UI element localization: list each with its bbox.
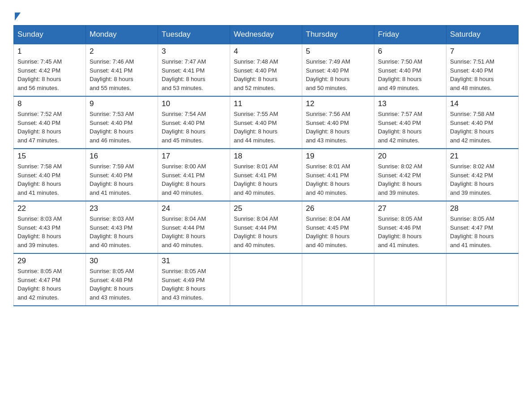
day-cell: 9 Sunrise: 7:53 AM Sunset: 4:40 PM Dayli… [86, 96, 158, 149]
day-number: 24 [162, 204, 226, 213]
day-number: 14 [450, 99, 515, 108]
day-number: 30 [90, 257, 154, 265]
day-info: Sunrise: 8:05 AM Sunset: 4:46 PM Dayligh… [378, 214, 442, 249]
day-info: Sunrise: 7:59 AM Sunset: 4:40 PM Dayligh… [90, 162, 154, 197]
day-cell: 5 Sunrise: 7:49 AM Sunset: 4:40 PM Dayli… [302, 44, 374, 96]
column-header-thursday: Thursday [302, 26, 374, 44]
day-info: Sunrise: 8:05 AM Sunset: 4:47 PM Dayligh… [17, 267, 82, 302]
day-number: 27 [378, 204, 442, 213]
day-cell: 31 Sunrise: 8:05 AM Sunset: 4:49 PM Dayl… [158, 253, 230, 306]
day-cell: 23 Sunrise: 8:03 AM Sunset: 4:43 PM Dayl… [86, 201, 158, 253]
column-header-sunday: Sunday [14, 26, 86, 44]
day-cell: 13 Sunrise: 7:57 AM Sunset: 4:40 PM Dayl… [374, 96, 446, 149]
day-number: 10 [162, 99, 226, 108]
day-cell: 27 Sunrise: 8:05 AM Sunset: 4:46 PM Dayl… [374, 201, 446, 253]
day-number: 15 [17, 152, 82, 161]
day-cell: 6 Sunrise: 7:50 AM Sunset: 4:40 PM Dayli… [374, 44, 446, 96]
day-number: 6 [378, 47, 442, 56]
column-header-tuesday: Tuesday [158, 26, 230, 44]
day-number: 2 [90, 47, 154, 56]
day-info: Sunrise: 8:05 AM Sunset: 4:49 PM Dayligh… [162, 267, 226, 302]
day-info: Sunrise: 8:00 AM Sunset: 4:41 PM Dayligh… [162, 162, 226, 197]
day-cell: 26 Sunrise: 8:04 AM Sunset: 4:45 PM Dayl… [302, 201, 374, 253]
day-number: 28 [450, 204, 515, 213]
day-info: Sunrise: 8:02 AM Sunset: 4:42 PM Dayligh… [378, 162, 442, 197]
day-info: Sunrise: 7:54 AM Sunset: 4:40 PM Dayligh… [162, 110, 226, 145]
day-number: 16 [90, 152, 154, 161]
day-cell: 28 Sunrise: 8:05 AM Sunset: 4:47 PM Dayl… [446, 201, 519, 253]
day-cell: 25 Sunrise: 8:04 AM Sunset: 4:44 PM Dayl… [230, 201, 302, 253]
day-info: Sunrise: 8:05 AM Sunset: 4:47 PM Dayligh… [450, 214, 515, 249]
day-number: 7 [450, 47, 515, 56]
day-info: Sunrise: 7:56 AM Sunset: 4:40 PM Dayligh… [306, 110, 370, 145]
day-cell: 29 Sunrise: 8:05 AM Sunset: 4:47 PM Dayl… [14, 253, 86, 306]
column-header-friday: Friday [374, 26, 446, 44]
day-cell: 22 Sunrise: 8:03 AM Sunset: 4:43 PM Dayl… [14, 201, 86, 253]
day-info: Sunrise: 7:46 AM Sunset: 4:41 PM Dayligh… [90, 57, 154, 92]
day-info: Sunrise: 8:03 AM Sunset: 4:43 PM Dayligh… [17, 214, 82, 249]
day-number: 1 [17, 47, 82, 56]
day-info: Sunrise: 7:55 AM Sunset: 4:40 PM Dayligh… [234, 110, 298, 145]
calendar-header-row: SundayMondayTuesdayWednesdayThursdayFrid… [14, 26, 519, 44]
day-info: Sunrise: 7:50 AM Sunset: 4:40 PM Dayligh… [378, 57, 442, 92]
day-number: 4 [234, 47, 298, 56]
day-info: Sunrise: 7:53 AM Sunset: 4:40 PM Dayligh… [90, 110, 154, 145]
day-cell: 2 Sunrise: 7:46 AM Sunset: 4:41 PM Dayli… [86, 44, 158, 96]
day-number: 29 [17, 257, 82, 265]
day-info: Sunrise: 8:01 AM Sunset: 4:41 PM Dayligh… [234, 162, 298, 197]
column-header-wednesday: Wednesday [230, 26, 302, 44]
day-info: Sunrise: 7:58 AM Sunset: 4:40 PM Dayligh… [17, 162, 82, 197]
day-cell: 10 Sunrise: 7:54 AM Sunset: 4:40 PM Dayl… [158, 96, 230, 149]
day-info: Sunrise: 7:57 AM Sunset: 4:40 PM Dayligh… [378, 110, 442, 145]
day-number: 11 [234, 99, 298, 108]
day-number: 12 [306, 99, 370, 108]
day-cell [302, 253, 374, 306]
day-info: Sunrise: 8:05 AM Sunset: 4:48 PM Dayligh… [90, 267, 154, 302]
day-info: Sunrise: 8:04 AM Sunset: 4:45 PM Dayligh… [306, 214, 370, 249]
day-info: Sunrise: 8:02 AM Sunset: 4:42 PM Dayligh… [450, 162, 515, 197]
day-info: Sunrise: 8:03 AM Sunset: 4:43 PM Dayligh… [90, 214, 154, 249]
day-cell: 4 Sunrise: 7:48 AM Sunset: 4:40 PM Dayli… [230, 44, 302, 96]
day-cell: 19 Sunrise: 8:01 AM Sunset: 4:41 PM Dayl… [302, 149, 374, 201]
day-number: 21 [450, 152, 515, 161]
day-number: 13 [378, 99, 442, 108]
day-number: 25 [234, 204, 298, 213]
day-number: 23 [90, 204, 154, 213]
day-number: 20 [378, 152, 442, 161]
column-header-saturday: Saturday [446, 26, 519, 44]
week-row-2: 8 Sunrise: 7:52 AM Sunset: 4:40 PM Dayli… [14, 96, 519, 149]
day-cell: 17 Sunrise: 8:00 AM Sunset: 4:41 PM Dayl… [158, 149, 230, 201]
day-cell: 21 Sunrise: 8:02 AM Sunset: 4:42 PM Dayl… [446, 149, 519, 201]
day-number: 17 [162, 152, 226, 161]
day-cell: 11 Sunrise: 7:55 AM Sunset: 4:40 PM Dayl… [230, 96, 302, 149]
day-cell: 15 Sunrise: 7:58 AM Sunset: 4:40 PM Dayl… [14, 149, 86, 201]
day-number: 9 [90, 99, 154, 108]
day-cell: 1 Sunrise: 7:45 AM Sunset: 4:42 PM Dayli… [14, 44, 86, 96]
day-number: 8 [17, 99, 82, 108]
week-row-4: 22 Sunrise: 8:03 AM Sunset: 4:43 PM Dayl… [14, 201, 519, 253]
day-cell: 30 Sunrise: 8:05 AM Sunset: 4:48 PM Dayl… [86, 253, 158, 306]
day-info: Sunrise: 7:51 AM Sunset: 4:40 PM Dayligh… [450, 57, 515, 92]
day-info: Sunrise: 7:48 AM Sunset: 4:40 PM Dayligh… [234, 57, 298, 92]
day-number: 19 [306, 152, 370, 161]
day-cell [446, 253, 519, 306]
day-cell: 3 Sunrise: 7:47 AM Sunset: 4:41 PM Dayli… [158, 44, 230, 96]
calendar-table: SundayMondayTuesdayWednesdayThursdayFrid… [13, 25, 519, 306]
day-cell: 18 Sunrise: 8:01 AM Sunset: 4:41 PM Dayl… [230, 149, 302, 201]
day-number: 31 [162, 257, 226, 265]
column-header-monday: Monday [86, 26, 158, 44]
day-cell: 20 Sunrise: 8:02 AM Sunset: 4:42 PM Dayl… [374, 149, 446, 201]
day-info: Sunrise: 7:49 AM Sunset: 4:40 PM Dayligh… [306, 57, 370, 92]
day-number: 26 [306, 204, 370, 213]
day-cell: 24 Sunrise: 8:04 AM Sunset: 4:44 PM Dayl… [158, 201, 230, 253]
day-info: Sunrise: 8:04 AM Sunset: 4:44 PM Dayligh… [162, 214, 226, 249]
week-row-1: 1 Sunrise: 7:45 AM Sunset: 4:42 PM Dayli… [14, 44, 519, 96]
day-info: Sunrise: 7:58 AM Sunset: 4:40 PM Dayligh… [450, 110, 515, 145]
day-cell: 14 Sunrise: 7:58 AM Sunset: 4:40 PM Dayl… [446, 96, 519, 149]
day-info: Sunrise: 8:04 AM Sunset: 4:44 PM Dayligh… [234, 214, 298, 249]
day-number: 5 [306, 47, 370, 56]
day-info: Sunrise: 8:01 AM Sunset: 4:41 PM Dayligh… [306, 162, 370, 197]
day-cell: 8 Sunrise: 7:52 AM Sunset: 4:40 PM Dayli… [14, 96, 86, 149]
week-row-3: 15 Sunrise: 7:58 AM Sunset: 4:40 PM Dayl… [14, 149, 519, 201]
day-cell: 12 Sunrise: 7:56 AM Sunset: 4:40 PM Dayl… [302, 96, 374, 149]
